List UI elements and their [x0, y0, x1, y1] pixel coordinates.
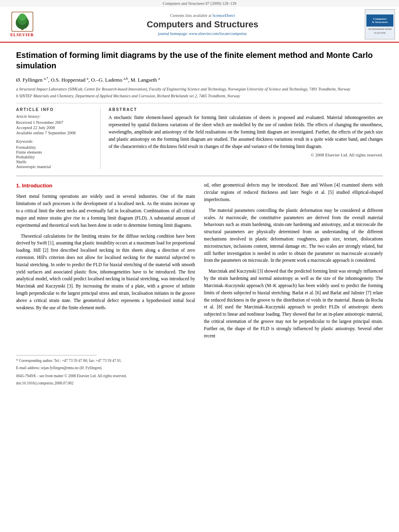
body-para-2: Theoretical calculations for the limitin… — [16, 233, 195, 312]
citation-text: Computers and Structures 87 (2009) 128–1… — [162, 1, 236, 6]
journal-header: Computers and Structures 87 (2009) 128–1… — [0, 0, 399, 43]
elsevier-tree-icon — [11, 12, 33, 32]
footnote-divider — [16, 355, 97, 355]
body-para-r3: Marciniak and Kuczynski [3] showed that … — [204, 268, 383, 339]
authors-line: Ø. Fyllingen a,*, O.S. Hopperstad a, O.–… — [16, 76, 383, 83]
article-title: Estimation of forming limit diagrams by … — [16, 50, 383, 71]
keyword-3: Probability — [16, 155, 94, 159]
homepage-prefix: journal homepage: — [158, 31, 189, 36]
footer-area: * Corresponding author. Tel.: +47 73 59 … — [0, 351, 399, 385]
cover-publisher: ELSEVIER — [374, 32, 385, 34]
keyword-5: Anisotropic material — [16, 164, 94, 169]
body-divider — [16, 176, 383, 176]
sciencedirect-prefix: Contents lists available at — [170, 13, 212, 18]
received-date: Received 1 November 2007 — [16, 120, 94, 125]
elsevier-brand-text: ELSEVIER — [10, 33, 34, 37]
keyword-2: Finite elements — [16, 150, 94, 154]
keyword-4: Shells — [16, 160, 94, 164]
keywords-label: Keywords: — [16, 139, 94, 144]
abstract-text: A stochastic finite element-based approa… — [109, 114, 383, 150]
journal-center: Contents lists available at ScienceDirec… — [40, 13, 365, 36]
body-para-1: Sheet metal forming operations are widel… — [16, 193, 195, 229]
authors-text: Ø. Fyllingen a,*, O.S. Hopperstad a, O.–… — [16, 77, 160, 83]
footnote-corresponding: * Corresponding author. Tel.: +47 73 59 … — [16, 358, 383, 364]
keyword-1: Formability — [16, 145, 94, 150]
available-date: Available online 7 September 2008 — [16, 131, 94, 135]
footnote-email: E-mail address: orjan.fyllingen@ntnu.no … — [16, 365, 383, 371]
affiliation-b: b SINTEF Materials and Chemistry, Depart… — [16, 93, 383, 99]
doi-line: doi:10.1016/j.compstruc.2008.07.002 — [16, 381, 383, 385]
sciencedirect-link[interactable]: ScienceDirect — [212, 13, 235, 18]
journal-top-bar: ELSEVIER Contents lists available at Sci… — [0, 7, 399, 39]
copyright-line: © 2008 Elsevier Ltd. All rights reserved… — [109, 152, 383, 157]
keywords-section: Keywords: Formability Finite elements Pr… — [16, 139, 94, 169]
divider-1 — [16, 103, 383, 103]
body-para-r1: od, other geometrical defects may be int… — [204, 182, 383, 203]
body-columns: 1. Introduction Sheet metal forming oper… — [16, 182, 383, 343]
issn-line: 0045-7949/$ – see front matter © 2008 El… — [16, 374, 383, 378]
article-info-heading: ARTICLE INFO — [16, 107, 94, 112]
article-content: Estimation of forming limit diagrams by … — [0, 43, 399, 351]
info-section: ARTICLE INFO Article history: Received 1… — [16, 107, 383, 169]
sciencedirect-line: Contents lists available at ScienceDirec… — [44, 13, 361, 18]
abstract-panel: ABSTRACT A stochastic finite element-bas… — [109, 107, 383, 169]
journal-homepage: journal homepage: www.elsevier.com/locat… — [44, 31, 361, 36]
article-info-panel: ARTICLE INFO Article history: Received 1… — [16, 107, 101, 169]
svg-point-3 — [19, 14, 26, 21]
accepted-date: Accepted 22 July 2008 — [16, 125, 94, 130]
journal-title: Computers and Structures — [44, 19, 361, 30]
affiliation-a: a Structural Impact Laboratory (SIMLab, … — [16, 86, 383, 92]
journal-cover-image: Computers& Structures An International J… — [365, 9, 395, 39]
elsevier-logo: ELSEVIER — [4, 12, 40, 37]
cover-title-text: Computers& Structures — [372, 17, 388, 24]
abstract-heading: ABSTRACT — [109, 107, 383, 112]
section-1-heading: 1. Introduction — [16, 182, 195, 190]
body-para-r2: The material parameters controlling the … — [204, 207, 383, 265]
homepage-url[interactable]: www.elsevier.com/locate/compstruc — [189, 31, 247, 36]
body-col-left: 1. Introduction Sheet metal forming oper… — [16, 182, 195, 343]
article-history-label: Article history: — [16, 114, 94, 119]
cover-subtitle: An International Journal — [368, 28, 392, 31]
citation-line: Computers and Structures 87 (2009) 128–1… — [0, 0, 399, 7]
body-col-right: od, other geometrical defects may be int… — [204, 182, 383, 343]
